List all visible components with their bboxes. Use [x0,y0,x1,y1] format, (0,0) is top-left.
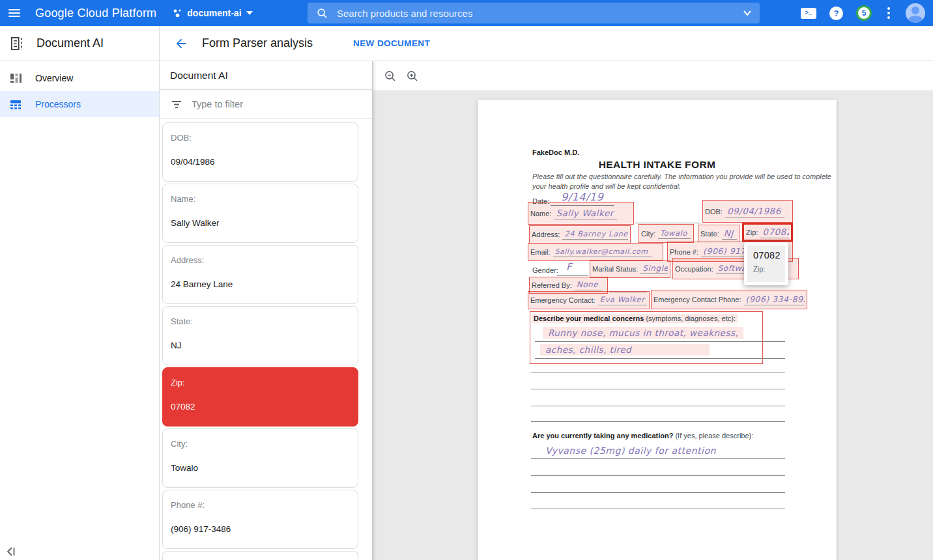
doc-field-label: Address: [532,231,560,238]
app-title: Document AI [36,36,104,50]
doc-field-label: Occupation: [675,265,713,273]
viewer-canvas[interactable]: FakeDoc M.D. HEALTH INTAKE FORM Please f… [373,91,933,560]
doc-field-value: Sally Walker [554,208,616,219]
field-card-value: NJ [171,341,350,350]
project-icon [172,8,182,18]
field-card-partial[interactable] [162,551,358,560]
doc-field-emergency-phone[interactable]: Emergency Contact Phone: (906) 334-8926 [651,290,807,309]
search-bar[interactable] [308,3,760,23]
field-card-label: City: [171,439,350,449]
field-card-label: Phone #: [171,500,350,510]
field-card-list: DOB:09/04/1986Name:Sally WalkerAddress:2… [160,119,372,560]
brand-logo[interactable]: Google Cloud Platform [35,7,156,20]
field-tooltip: 07082 Zip: [744,242,788,285]
doc-field-name[interactable]: Name: Sally Walker [528,202,634,225]
notifications-badge[interactable]: 5 [856,5,872,21]
doc-field-value: 09/04/1986 [725,206,784,217]
doc-concerns-line1: Runny nose, mucus in throat, weakness, [543,327,743,339]
doc-field-city[interactable]: City: Towalo [639,224,694,243]
doc-field-label: City: [641,230,655,238]
field-card-value: 24 Barney Lane [171,279,350,289]
zoom-in-icon [406,70,419,83]
field-card-label: Address: [171,255,350,265]
doc-field-value: NJ [722,228,737,240]
doc-medication-value: Vyvanse (25mg) daily for attention [545,445,716,456]
doc-field-value: (906) 334-8926 [744,294,805,305]
doc-intro-line2: your health profile and will be kept con… [532,182,681,190]
doc-field-value: Sally.walker@cmail.com [553,247,652,257]
doc-field-value: Eva Walker [598,295,647,305]
doc-intro-line1: Please fill out the questionnaire carefu… [532,173,831,180]
sidebar-nav: Overview Processors [0,61,160,560]
sidebar-item-overview[interactable]: Overview [0,65,159,91]
processors-icon [9,98,22,111]
doc-field-label: Marital Status: [592,265,638,273]
field-card[interactable]: Address:24 Barney Lane [162,245,358,304]
gcp-top-bar: Google Cloud Platform document-ai >_ ? 5 [0,0,933,26]
field-card[interactable]: City:Towalo [162,428,358,488]
doc-gender-value: F [566,261,572,273]
doc-field-label: Name: [530,210,551,217]
doc-field-value: 07082 [760,227,789,238]
doc-concerns-line2: aches, chills, tired [540,344,710,356]
field-card[interactable]: Zip:07082 [162,367,358,427]
cloud-shell-icon[interactable]: >_ [801,8,816,19]
chevron-down-icon [246,11,253,15]
document-ai-icon [8,35,25,52]
field-card[interactable]: Phone #:(906) 917-3486 [162,490,358,549]
doc-field-state[interactable]: State: NJ [698,225,739,242]
doc-field-label: Zip: [746,229,758,236]
more-options-icon[interactable] [885,5,893,21]
doc-field-emergency-contact[interactable]: Emergency Contact: Eva Walker [528,291,650,309]
page-title: Form Parser analysis [202,36,313,50]
doc-field-label: Emergency Contact: [530,296,596,304]
doc-field-label: Referred By: [532,281,572,289]
doc-field-address[interactable]: Address: 24 Barney Lane [529,225,631,244]
dashboard-icon [9,72,22,85]
filter-row [160,90,372,119]
tooltip-value: 07082 [753,250,785,260]
panel-title: Document AI [160,61,372,90]
doc-concerns-label: Describe your medical concerns (symptoms… [532,314,738,323]
field-card-value: Towalo [171,463,350,473]
field-card[interactable]: Name:Sally Walker [162,184,358,243]
doc-clinic-name: FakeDoc M.D. [532,148,579,156]
sidebar-item-label: Processors [35,99,81,109]
page-header: Document AI Form Parser analysis NEW DOC… [0,26,933,61]
field-card[interactable]: State:NJ [162,306,358,365]
doc-field-email[interactable]: Email: Sally.walker@cmail.com [528,243,663,261]
collapse-sidebar-button[interactable] [5,546,20,559]
help-icon[interactable]: ? [829,7,843,20]
menu-icon[interactable] [0,0,29,26]
doc-field-dob[interactable]: DOB: 09/04/1986 [702,200,793,223]
chevron-down-icon[interactable] [743,9,752,17]
search-input[interactable] [337,8,743,19]
field-card-value: (906) 917-3486 [171,524,350,534]
zoom-out-button[interactable] [379,65,401,87]
doc-medication-label-bold: Are you currently taking any medication? [532,432,673,440]
document-viewer: FakeDoc M.D. HEALTH INTAKE FORM Please f… [373,61,933,560]
field-card[interactable]: DOB:09/04/1986 [162,122,358,182]
doc-title: HEALTH INTAKE FORM [478,159,837,171]
entities-panel: Document AI DOB:09/04/1986Name:Sally Wal… [160,61,373,560]
project-name: document-ai [187,8,241,18]
field-card-label: DOB: [171,133,350,143]
doc-field-zip-selected[interactable]: Zip: 07082 [742,223,793,242]
search-icon [317,8,328,19]
zoom-in-button[interactable] [401,65,423,87]
doc-concerns-label-sub: (symptoms, diagnoses, etc): [644,315,736,322]
sidebar-item-processors[interactable]: Processors [0,91,159,117]
back-button[interactable] [171,33,192,54]
avatar[interactable] [906,3,925,23]
doc-field-label: Email: [530,248,551,256]
doc-medication-label: Are you currently taking any medication?… [532,432,753,440]
document-page[interactable]: FakeDoc M.D. HEALTH INTAKE FORM Please f… [478,100,837,560]
project-selector[interactable]: document-ai [172,8,252,18]
field-card-value: Sally Walker [171,218,350,228]
field-card-label: Zip: [171,378,350,387]
doc-field-value: Single [640,264,668,274]
tooltip-label: Zip: [753,265,785,273]
new-document-button[interactable]: NEW DOCUMENT [353,38,430,48]
doc-field-marital-status[interactable]: Marital Status: Single [590,260,670,278]
filter-input[interactable] [192,99,372,109]
